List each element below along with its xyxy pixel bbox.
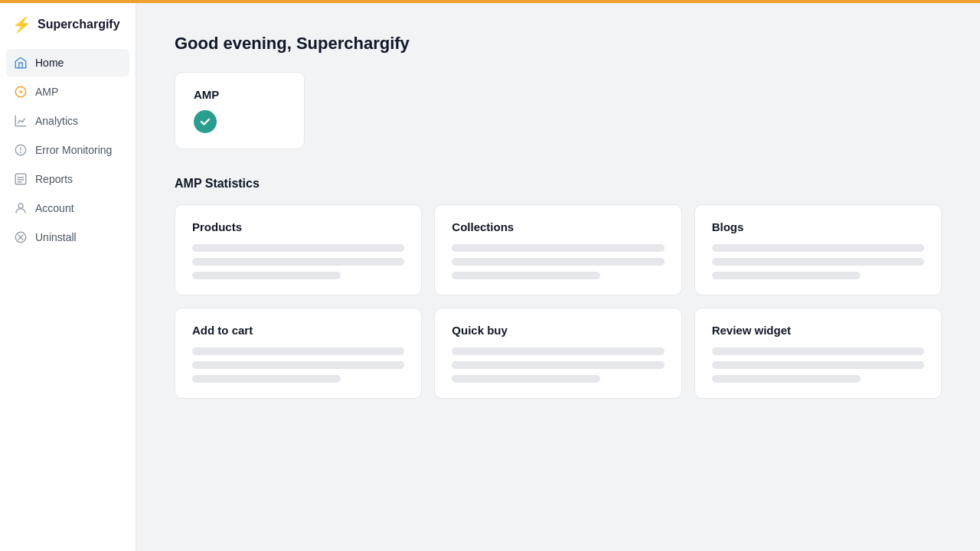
sidebar-item-label-account: Account	[35, 202, 74, 214]
stat-card-collections[interactable]: Collections	[434, 204, 681, 295]
skeleton-line	[712, 272, 861, 279]
stat-card-title-add-to-cart: Add to cart	[192, 324, 404, 337]
sidebar-item-home[interactable]: Home	[6, 49, 129, 77]
uninstall-icon	[14, 230, 28, 244]
skeleton-line	[192, 272, 341, 279]
stat-card-add-to-cart[interactable]: Add to cart	[175, 308, 422, 399]
amp-icon	[14, 85, 28, 99]
stat-card-title-collections: Collections	[452, 220, 664, 233]
logo-icon: ⚡	[12, 15, 31, 34]
svg-point-3	[21, 152, 21, 153]
skeleton-review-widget	[712, 347, 924, 383]
skeleton-line	[452, 244, 664, 252]
analytics-icon	[14, 114, 28, 128]
stat-card-blogs[interactable]: Blogs	[694, 204, 942, 295]
skeleton-line	[452, 375, 600, 383]
sidebar-item-analytics[interactable]: Analytics	[6, 107, 129, 135]
sidebar-nav: Home AMP	[0, 49, 136, 251]
logo-text: Superchargify	[38, 18, 120, 31]
greeting: Good evening, Superchargify	[175, 34, 942, 54]
skeleton-line	[452, 258, 664, 266]
stat-card-title-quick-buy: Quick buy	[452, 324, 664, 337]
sidebar-item-label-reports: Reports	[35, 173, 73, 185]
skeleton-line	[712, 258, 924, 266]
skeleton-line	[192, 375, 341, 383]
section-title: AMP Statistics	[175, 177, 942, 191]
skeleton-line	[452, 361, 664, 369]
sidebar-item-label-error-monitoring: Error Monitoring	[35, 144, 112, 156]
skeleton-line	[192, 361, 404, 369]
account-icon	[14, 201, 28, 215]
sidebar-logo: ⚡ Superchargify	[0, 15, 136, 49]
skeleton-quick-buy	[452, 347, 664, 383]
sidebar: ⚡ Superchargify Home	[0, 3, 136, 551]
skeleton-line	[712, 361, 924, 369]
skeleton-line	[712, 375, 861, 383]
error-monitoring-icon	[14, 143, 28, 157]
reports-icon	[14, 172, 28, 186]
skeleton-collections	[452, 244, 664, 279]
skeleton-add-to-cart	[192, 347, 404, 383]
stats-grid: Products Collections	[175, 204, 942, 399]
stat-card-review-widget[interactable]: Review widget	[694, 308, 942, 399]
sidebar-item-label-amp: AMP	[35, 86, 58, 98]
sidebar-item-account[interactable]: Account	[6, 194, 129, 222]
sidebar-item-reports[interactable]: Reports	[6, 165, 129, 193]
stat-card-title-review-widget: Review widget	[712, 324, 924, 337]
skeleton-line	[712, 244, 924, 252]
amp-status-card[interactable]: AMP	[175, 72, 305, 149]
skeleton-line	[192, 244, 404, 252]
skeleton-blogs	[712, 244, 924, 279]
sidebar-item-error-monitoring[interactable]: Error Monitoring	[6, 136, 129, 164]
skeleton-line	[452, 347, 664, 355]
skeleton-products	[192, 244, 404, 279]
home-icon	[14, 56, 28, 70]
stat-card-quick-buy[interactable]: Quick buy	[434, 308, 681, 399]
sidebar-item-uninstall[interactable]: Uninstall	[6, 223, 129, 251]
sidebar-item-label-home: Home	[35, 57, 64, 69]
amp-check-icon	[194, 110, 217, 133]
sidebar-item-label-uninstall: Uninstall	[35, 231, 77, 243]
svg-point-8	[18, 204, 23, 208]
sidebar-item-amp[interactable]: AMP	[6, 78, 129, 106]
main-content: Good evening, Superchargify AMP AMP Stat…	[136, 3, 980, 551]
sidebar-item-label-analytics: Analytics	[35, 115, 78, 127]
skeleton-line	[192, 258, 404, 266]
amp-status-title: AMP	[194, 88, 286, 101]
stat-card-title-blogs: Blogs	[712, 220, 924, 233]
skeleton-line	[192, 347, 404, 355]
amp-statistics-section: AMP Statistics Products Collections	[175, 177, 942, 399]
app-layout: ⚡ Superchargify Home	[0, 3, 980, 551]
skeleton-line	[712, 347, 924, 355]
skeleton-line	[452, 272, 600, 279]
stat-card-title-products: Products	[192, 220, 404, 233]
stat-card-products[interactable]: Products	[175, 204, 422, 295]
